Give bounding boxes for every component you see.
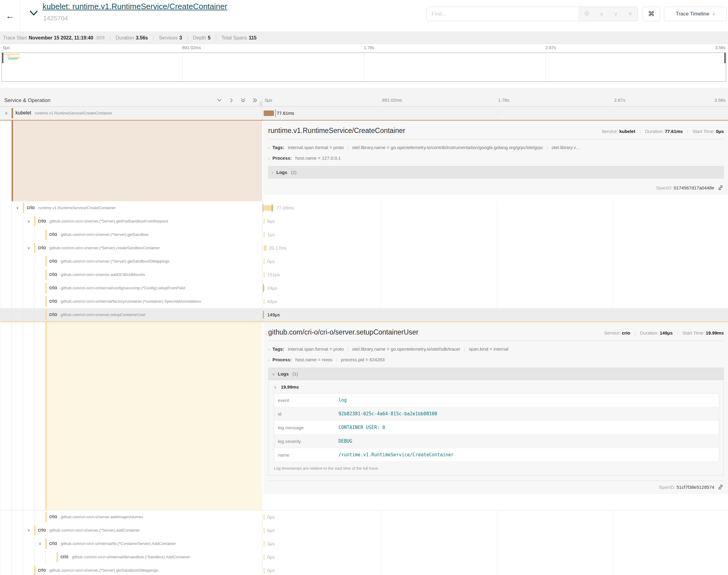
table-row[interactable]: ∨ criogithub.com/cri-o/cri-o/server.(*Se… [0,215,728,228]
span-duration-bar[interactable] [264,299,265,304]
span-name-cell[interactable]: ∨ criogithub.com/cri-o/cri-o/internal/co… [0,281,262,295]
span-name-cell[interactable]: ∨ criogithub.com/cri-o/cri-o/internal/fa… [0,295,262,308]
span-duration-bar[interactable] [264,514,265,520]
column-resizer-handle[interactable] [260,102,262,106]
chevron-down-icon[interactable]: ∨ [27,528,30,533]
span-timeline-cell[interactable]: 77.08ms [262,201,728,215]
minimap-left-handle[interactable] [2,53,3,63]
back-button[interactable]: ← [0,0,20,32]
span-duration-bar[interactable] [264,232,265,237]
indent-guide [34,322,34,510]
span-timeline-cell[interactable]: 0μs [262,564,728,575]
span-timeline-cell[interactable]: 3μs [262,537,728,550]
span-duration-bar[interactable] [264,285,265,291]
span-duration-bar[interactable] [264,110,274,116]
span-timeline-cell[interactable]: 0μs [262,510,728,524]
span-name-cell[interactable]: ∨ criogithub.com/cri-o/cri-o/internal/li… [0,550,262,564]
table-row[interactable]: ∨ criogithub.com/cri-o/cri-o/internal/co… [0,281,728,295]
table-row[interactable]: ∨ crioruntime.v1.RuntimeService/CreateCo… [0,201,728,215]
table-row[interactable]: ∨ kubeletruntime.v1.RuntimeService/Creat… [0,107,728,120]
tags-accordion[interactable]: › Tags: internal.span.format = proto | o… [268,346,724,351]
minimap-tick: 3.56s [715,45,726,50]
expand-one-icon[interactable] [229,98,234,103]
span-duration-bar[interactable] [264,312,265,317]
find-clear-icon[interactable]: ✕ [628,11,632,17]
span-timeline-cell[interactable]: 0μs [262,550,728,564]
span-name-cell[interactable]: ∨ criogithub.com/cri-o/cri-o/internal/li… [0,537,262,550]
copy-link-icon[interactable] [718,484,723,490]
minimap-right-handle[interactable] [724,53,726,63]
table-row[interactable]: ∨ criogithub.com/cri-o/cri-o/server.(*Se… [0,524,728,537]
chevron-down-icon[interactable]: ∨ [16,206,19,210]
process-accordion[interactable]: › Process: host.name = nixos | process.p… [268,357,724,362]
span-duration-bar[interactable] [264,554,265,560]
chevron-down-icon[interactable]: ∨ [39,541,42,546]
span-name-cell[interactable]: ∨ criogithub.com/cri-o/cri-o/server.addO… [0,268,262,281]
span-timeline-cell[interactable]: 77.61ms [262,107,728,120]
collapse-all-icon[interactable] [240,98,246,103]
chevron-down-icon[interactable]: ∨ [5,111,8,115]
table-row[interactable]: ∨ criogithub.com/cri-o/cri-o/server.(*Se… [0,241,728,255]
expand-all-icon[interactable] [253,98,258,103]
span-duration-bar[interactable] [264,218,265,224]
span-name-cell[interactable]: ∨ criogithub.com/cri-o/cri-o/server.addI… [0,510,262,524]
span-duration-bar[interactable] [264,528,265,533]
span-name-cell[interactable]: ∨ crioruntime.v1.RuntimeService/CreateCo… [0,201,262,215]
process-accordion[interactable]: › Process: host.name = 127.0.0.1 [268,156,724,161]
table-row[interactable]: ∨ criogithub.com/cri-o/cri-o/internal/fa… [0,295,728,308]
span-name-cell[interactable]: ∨ criogithub.com/cri-o/cri-o/server.(*Se… [0,215,262,228]
span-name-cell[interactable]: ∨ criogithub.com/cri-o/cri-o/server.setu… [0,308,262,322]
span-name-cell[interactable]: ∨ criogithub.com/cri-o/cri-o/server.(*Se… [0,524,262,537]
find-input[interactable] [427,7,578,21]
span-name-cell[interactable]: ∨ criogithub.com/cri-o/cri-o/server.(*Se… [0,228,262,241]
chevron-down-icon[interactable]: ∨ [27,219,30,224]
span-color-bar [23,203,24,213]
span-timeline-cell[interactable]: 0μs [262,255,728,268]
span-duration-bar[interactable] [264,245,266,251]
span-timeline-cell[interactable]: 6μs [262,524,728,537]
trace-collapse-chevron-icon[interactable] [29,10,38,18]
table-row[interactable]: ∨ criogithub.com/cri-o/cri-o/server.(*Se… [0,228,728,241]
span-name-cell[interactable]: ∨ criogithub.com/cri-o/cri-o/server.(*Se… [0,564,262,575]
span-timeline-cell[interactable]: 20.17ms [262,241,728,255]
page-header: ← kubelet: runtime.v1.RuntimeService/Cre… [0,0,728,32]
span-duration-bar[interactable] [264,541,265,546]
span-name-cell[interactable]: ∨ criogithub.com/cri-o/cri-o/server.(*Se… [0,255,262,268]
operation-name: github.com/cri-o/cri-o/server.setupConta… [61,312,146,317]
find-next-icon[interactable]: ∨ [614,11,618,17]
keyboard-shortcuts-button[interactable]: ⌘ [643,7,660,21]
table-row[interactable]: ∨ criogithub.com/cri-o/cri-o/internal/li… [0,537,728,550]
locate-icon[interactable] [584,11,590,18]
table-row[interactable]: ∨ criogithub.com/cri-o/cri-o/server.setu… [0,308,728,322]
span-duration-bar[interactable] [264,568,265,573]
span-timeline-cell[interactable]: 149μs [262,308,728,322]
service-name: crio [49,514,57,519]
table-row[interactable]: ∨ criogithub.com/cri-o/cri-o/internal/li… [0,550,728,564]
span-duration-label: 77.61ms [277,110,294,116]
span-name-cell[interactable]: ∨ criogithub.com/cri-o/cri-o/server.(*Se… [0,241,262,255]
table-row[interactable]: ∨ criogithub.com/cri-o/cri-o/server.addI… [0,510,728,524]
log-entry-header[interactable]: ∨ 19.99ms [274,384,719,390]
collapse-one-icon[interactable] [217,98,222,103]
span-name-cell[interactable]: ∨ kubeletruntime.v1.RuntimeService/Creat… [0,107,262,120]
table-row[interactable]: ∨ criogithub.com/cri-o/cri-o/server.(*Se… [0,255,728,268]
span-timeline-cell[interactable]: 151μs [262,268,728,281]
service-label: Service: [602,129,618,134]
logs-accordion[interactable]: ∨ Logs (1) [268,368,724,380]
trace-view-select[interactable]: Trace Timeline ∨ [664,7,727,21]
span-timeline-cell[interactable]: 43μs [262,295,728,308]
span-duration-bar[interactable] [264,259,265,264]
minimap-canvas[interactable] [2,53,726,82]
logs-accordion[interactable]: › Logs (2) [268,166,724,178]
span-duration-bar[interactable] [264,272,265,277]
trace-title-link[interactable]: kubelet: runtime.v1.RuntimeService/Creat… [42,2,227,11]
span-timeline-cell[interactable]: 8μs [262,215,728,228]
tags-accordion[interactable]: › Tags: internal.span.format = proto | o… [268,145,724,150]
span-timeline-cell[interactable]: 1μs [262,228,728,241]
copy-link-icon[interactable] [718,185,723,190]
find-prev-icon[interactable]: ∧ [599,11,603,17]
chevron-down-icon[interactable]: ∨ [27,246,30,250]
table-row[interactable]: ∨ criogithub.com/cri-o/cri-o/server.(*Se… [0,564,728,575]
table-row[interactable]: ∨ criogithub.com/cri-o/cri-o/server.addO… [0,268,728,281]
span-timeline-cell[interactable]: 24μs [262,281,728,295]
